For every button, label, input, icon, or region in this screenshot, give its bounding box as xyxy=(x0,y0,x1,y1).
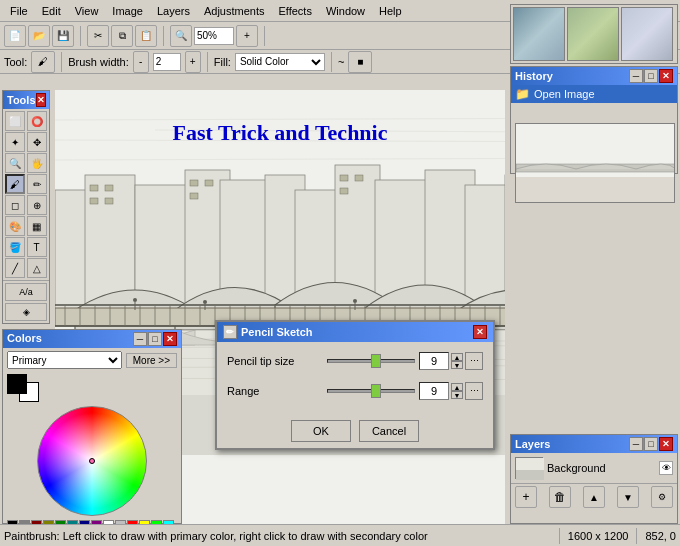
tool-shapes[interactable]: △ xyxy=(27,258,47,278)
tool-paint-bucket[interactable]: 🪣 xyxy=(5,237,25,257)
tool-lasso[interactable]: ⭕ xyxy=(27,111,47,131)
more-colors-button[interactable]: More >> xyxy=(126,353,177,368)
tool-pencil[interactable]: ✏ xyxy=(27,174,47,194)
range-value[interactable]: 9 xyxy=(419,382,449,400)
range-up[interactable]: ▲ xyxy=(451,383,463,391)
layer-visibility-toggle[interactable]: 👁 xyxy=(659,461,673,475)
status-coords: 1600 x 1200 xyxy=(568,530,629,542)
tools-panel-title: Tools xyxy=(7,94,36,106)
zoom-input[interactable]: 50% xyxy=(194,27,234,45)
tool-recolor[interactable]: 🎨 xyxy=(5,216,25,236)
blend-options-button[interactable]: ■ xyxy=(348,51,372,73)
tool-paintbrush[interactable]: 🖌 xyxy=(5,174,25,194)
pencil-tip-thumb[interactable] xyxy=(371,354,381,368)
layers-maximize[interactable]: □ xyxy=(644,437,658,451)
save-button[interactable]: 💾 xyxy=(52,25,74,47)
layer-properties-button[interactable]: ⚙ xyxy=(651,486,673,508)
move-layer-down-button[interactable]: ▼ xyxy=(617,486,639,508)
colors-minimize[interactable]: ─ xyxy=(133,332,147,346)
range-spinner: ▲ ▼ xyxy=(451,383,463,399)
brush-minus-button[interactable]: - xyxy=(133,51,149,73)
sep4 xyxy=(61,52,62,72)
layer-name-label: Background xyxy=(547,462,655,474)
svg-rect-20 xyxy=(105,185,113,191)
tools-panel-close[interactable]: ✕ xyxy=(36,93,46,107)
pencil-tip-track[interactable] xyxy=(327,359,415,363)
history-minimize[interactable]: ─ xyxy=(629,69,643,83)
history-thumb-svg xyxy=(516,124,674,202)
colors-toolbar: Primary Secondary More >> xyxy=(3,348,181,372)
history-panel: History ─ □ ✕ 📁 Open Image xyxy=(510,66,678,174)
primary-color-swatch[interactable] xyxy=(7,374,27,394)
layer-thumbnail xyxy=(515,457,543,479)
open-button[interactable]: 📂 xyxy=(28,25,50,47)
tool-eraser[interactable]: ◻ xyxy=(5,195,25,215)
color-selector[interactable] xyxy=(7,374,39,402)
pencil-tip-down[interactable]: ▼ xyxy=(451,361,463,369)
pencil-tip-up[interactable]: ▲ xyxy=(451,353,463,361)
history-panel-header: History ─ □ ✕ xyxy=(511,67,677,85)
zoom-out-button[interactable]: 🔍 xyxy=(170,25,192,47)
cut-button[interactable]: ✂ xyxy=(87,25,109,47)
colors-close[interactable]: ✕ xyxy=(163,332,177,346)
brush-width-input[interactable]: 2 xyxy=(153,53,181,71)
tool-clone[interactable]: ⊕ xyxy=(27,195,47,215)
brush-plus-button[interactable]: + xyxy=(185,51,201,73)
zoom-in-button[interactable]: + xyxy=(236,25,258,47)
thumbnail-1[interactable] xyxy=(513,7,565,61)
color-wheel-container xyxy=(3,404,181,518)
dialog-cancel-button[interactable]: Cancel xyxy=(359,420,419,442)
tools-panel-header: Tools ✕ xyxy=(3,91,49,109)
menu-effects[interactable]: Effects xyxy=(273,3,318,19)
move-layer-up-button[interactable]: ▲ xyxy=(583,486,605,508)
tool-line[interactable]: ╱ xyxy=(5,258,25,278)
paintbrush-button[interactable]: 🖌 xyxy=(31,51,55,73)
range-extra[interactable]: ⋯ xyxy=(465,382,483,400)
menu-help[interactable]: Help xyxy=(373,3,408,19)
tool-magic-wand[interactable]: ✦ xyxy=(5,132,25,152)
paste-button[interactable]: 📋 xyxy=(135,25,157,47)
add-layer-button[interactable]: + xyxy=(515,486,537,508)
dialog-close-button[interactable]: ✕ xyxy=(473,325,487,339)
fill-label: Fill: xyxy=(214,56,231,68)
layers-close[interactable]: ✕ xyxy=(659,437,673,451)
delete-layer-button[interactable]: 🗑 xyxy=(549,486,571,508)
copy-button[interactable]: ⧉ xyxy=(111,25,133,47)
tool-extra2[interactable]: ◈ xyxy=(5,303,47,321)
menu-window[interactable]: Window xyxy=(320,3,371,19)
tool-text[interactable]: T xyxy=(27,237,47,257)
tool-extra1[interactable]: A/a xyxy=(5,283,47,301)
menu-edit[interactable]: Edit xyxy=(36,3,67,19)
color-mode-select[interactable]: Primary Secondary xyxy=(7,351,122,369)
tool-rectangle-select[interactable]: ⬜ xyxy=(5,111,25,131)
color-wheel[interactable] xyxy=(37,406,147,516)
pencil-tip-value[interactable]: 9 xyxy=(419,352,449,370)
history-item-open[interactable]: 📁 Open Image xyxy=(511,85,677,103)
thumbnail-3[interactable] xyxy=(621,7,673,61)
tool-zoom[interactable]: 🔍 xyxy=(5,153,25,173)
dialog-ok-button[interactable]: OK xyxy=(291,420,351,442)
fill-select[interactable]: Solid Color Gradient Pattern xyxy=(235,53,325,71)
pencil-sketch-dialog[interactable]: ✏ Pencil Sketch ✕ Pencil tip size 9 ▲ ▼ … xyxy=(215,320,495,450)
menu-layers[interactable]: Layers xyxy=(151,3,196,19)
range-thumb[interactable] xyxy=(371,384,381,398)
colors-maximize[interactable]: □ xyxy=(148,332,162,346)
range-track[interactable] xyxy=(327,389,415,393)
layer-item-background[interactable]: Background 👁 xyxy=(513,455,675,481)
svg-rect-19 xyxy=(90,185,98,191)
tool-pan[interactable]: 🖐 xyxy=(27,153,47,173)
tool-gradient[interactable]: ▦ xyxy=(27,216,47,236)
menu-file[interactable]: File xyxy=(4,3,34,19)
thumbnail-2[interactable] xyxy=(567,7,619,61)
range-down[interactable]: ▼ xyxy=(451,391,463,399)
menu-adjustments[interactable]: Adjustments xyxy=(198,3,271,19)
tool-move[interactable]: ✥ xyxy=(27,132,47,152)
menu-view[interactable]: View xyxy=(69,3,105,19)
pencil-tip-extra[interactable]: ⋯ xyxy=(465,352,483,370)
brush-width-label: Brush width: xyxy=(68,56,129,68)
history-close[interactable]: ✕ xyxy=(659,69,673,83)
layers-minimize[interactable]: ─ xyxy=(629,437,643,451)
menu-image[interactable]: Image xyxy=(106,3,149,19)
history-maximize[interactable]: □ xyxy=(644,69,658,83)
new-button[interactable]: 📄 xyxy=(4,25,26,47)
